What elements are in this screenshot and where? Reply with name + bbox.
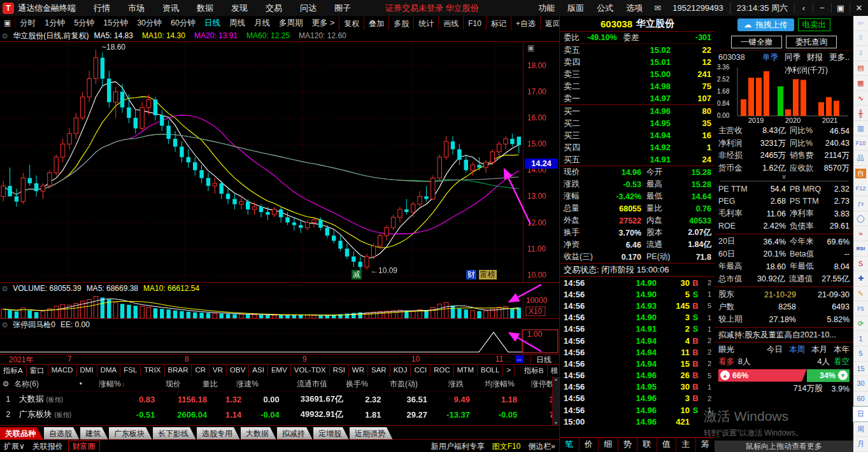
tool-统计[interactable]: 统计 <box>413 16 438 31</box>
col-name-header[interactable]: 名称(6) <box>11 379 77 390</box>
sentiment-tab-今日[interactable]: 今日 <box>767 344 783 355</box>
gear-icon[interactable]: ⚙ <box>0 379 11 388</box>
sidebar-toggle-button[interactable]: 侧边栏» <box>524 441 559 452</box>
candlestick-canvas[interactable] <box>0 42 559 283</box>
menu-item-市场[interactable]: 市场 <box>119 3 153 14</box>
status-扩展∨[interactable]: 扩展∨ <box>0 441 29 452</box>
tree-icon[interactable]: 品 <box>853 151 868 166</box>
bottom-tab-建筑[interactable]: 建筑 <box>80 427 108 440</box>
indicator-tab-RSI[interactable]: RSI <box>330 365 349 378</box>
indicator-tab-SAR[interactable]: SAR <box>368 365 390 378</box>
order-query-button[interactable]: 委托查询 <box>786 36 837 48</box>
indicator-tab-DMA[interactable]: DMA <box>97 365 121 378</box>
scroll-down-icon[interactable]: ▼ <box>554 421 559 425</box>
indicator-tab-FSL[interactable]: FSL <box>120 365 141 378</box>
down-arrow-icon[interactable]: ⇩ <box>853 46 868 61</box>
wealth-tag[interactable]: 财 <box>466 270 476 279</box>
sentiment-tab-本年[interactable]: 本年 <box>834 344 850 355</box>
tool-+自选[interactable]: +自选 <box>511 16 540 31</box>
menu-item-公式[interactable]: 公式 <box>590 3 620 14</box>
indicator-tab-指标A[interactable]: 指标A <box>0 365 27 378</box>
drag-hint[interactable]: 鼠标向上拖动查看更多 <box>715 441 853 452</box>
bottom-tab-选股专用[interactable]: 选股专用 <box>197 427 240 440</box>
indicator-tab-OBV[interactable]: OBV <box>227 365 249 378</box>
menu-item-圈子[interactable]: 圈子 <box>325 3 360 14</box>
indicator-tab-VR[interactable]: VR <box>210 365 227 378</box>
col-header-流通市值[interactable]: 流通市值 <box>264 379 332 390</box>
indicator-tab-MTM[interactable]: MTM <box>454 365 478 378</box>
restore-button[interactable]: ▣ <box>831 3 850 13</box>
cancel-all-button[interactable]: 一键全撤 <box>731 36 782 48</box>
col-header-均涨幅%[interactable]: 均涨幅% <box>469 379 520 390</box>
minimize-button[interactable]: − <box>813 3 831 13</box>
period-周线[interactable]: 周线 <box>225 18 250 29</box>
quote-tab-值[interactable]: 值 <box>657 438 677 452</box>
sentiment-tab-本周[interactable]: 本周 <box>789 344 805 355</box>
bottom-tab-关联品种[interactable]: 关联品种 <box>0 427 43 440</box>
bottom-tab-广东板块[interactable]: 广东板块 <box>109 427 152 440</box>
expand-mark[interactable]: v <box>720 174 848 181</box>
period-5分钟[interactable]: 5分钟 <box>69 18 99 29</box>
menu-item-版面[interactable]: 版面 <box>561 3 590 14</box>
col-header-换手%[interactable]: 换手% <box>332 379 373 390</box>
menu-item-发现[interactable]: 发现 <box>222 3 257 14</box>
indicator-tab-窗口[interactable]: 窗口 <box>27 365 48 378</box>
indicator-tab-TRIX[interactable]: TRIX <box>141 365 164 378</box>
indicator-tab-CCI[interactable]: CCI <box>411 365 430 378</box>
up-arrow-icon[interactable]: ⇧ <box>853 31 868 46</box>
chevron-down-icon[interactable]: ⊙ <box>2 285 8 293</box>
period-多周期[interactable]: 多周期 <box>274 18 308 29</box>
wave-icon[interactable]: ≈ <box>853 226 868 241</box>
col-header-现价[interactable]: 现价 <box>130 379 186 390</box>
tool-多股[interactable]: 多股 <box>388 16 413 31</box>
menu-item-行情[interactable]: 行情 <box>85 3 119 14</box>
quote-tab-势[interactable]: 势 <box>618 438 638 452</box>
period-60分钟[interactable]: 60分钟 <box>166 18 200 29</box>
quote-tab-细[interactable]: 细 <box>599 438 618 452</box>
circle-icon[interactable]: ◯ <box>853 211 868 227</box>
tool-标记[interactable]: 标记 <box>486 16 511 31</box>
bottom-tab-大数据[interactable]: 大数据 <box>241 427 276 440</box>
rsi-icon[interactable]: RSI <box>853 241 868 257</box>
menu-item-选项[interactable]: 选项 <box>620 3 649 14</box>
quote-tab-笔[interactable]: 笔 <box>560 438 580 452</box>
reduce-tag[interactable]: 减 <box>352 270 362 279</box>
bottom-tab-自选股[interactable]: 自选股 <box>44 427 80 440</box>
grid-icon[interactable]: ▦ <box>853 76 868 91</box>
bottom-tab-拟减持[interactable]: 拟减持 <box>277 427 313 440</box>
tool-F10[interactable]: F10 <box>463 16 486 31</box>
f10-tab-更多..[interactable]: 更多.. <box>829 52 850 63</box>
strip-period-月[interactable]: 月 <box>853 437 868 452</box>
pane-corner-icon[interactable]: ▣ <box>527 43 534 52</box>
volume-pane[interactable] <box>0 293 559 318</box>
period-30分钟[interactable]: 30分钟 <box>132 18 166 29</box>
wealth-circle-button[interactable]: 财富圈 <box>68 441 100 452</box>
f5-icon[interactable]: F5 <box>853 301 868 316</box>
period-月线[interactable]: 月线 <box>250 18 274 29</box>
tool-复权[interactable]: 复权 <box>339 16 364 31</box>
col-header-涨跌[interactable]: 涨跌 <box>423 379 469 390</box>
table-row[interactable]: 1大数据 (板指)0.831156.181.320.0033691.67亿2.3… <box>0 392 559 407</box>
tool-叠加[interactable]: 叠加 <box>364 16 388 31</box>
menu-item-资讯[interactable]: 资讯 <box>153 3 188 14</box>
f10-icon[interactable]: F10 <box>853 136 868 152</box>
period-15分钟[interactable]: 15分钟 <box>99 18 132 29</box>
indicator-tab-WR[interactable]: WR <box>349 365 368 378</box>
status-关联报价[interactable]: 关联报价 <box>29 441 67 452</box>
pencil-icon[interactable]: ✎ <box>853 286 868 302</box>
bottom-tab-定增股[interactable]: 定增股 <box>313 427 349 440</box>
quote-tab-筹[interactable]: 筹 <box>696 438 716 452</box>
menu-item-数据[interactable]: 数据 <box>188 3 222 14</box>
chevron-down-icon[interactable]: ⊙ <box>2 32 8 40</box>
drag-upload-button[interactable]: ☁ 拖拽上传 <box>737 18 794 31</box>
move-icon[interactable]: ✚ <box>853 271 868 286</box>
close-button[interactable]: ✕ <box>850 3 868 13</box>
col-header-量比[interactable]: 量比 <box>186 379 223 390</box>
tool-画线[interactable]: 画线 <box>438 16 463 31</box>
back-button[interactable]: ‹ <box>794 3 813 13</box>
volume-canvas[interactable] <box>0 293 559 318</box>
bottom-tab-长下影线[interactable]: 长下影线 <box>153 427 196 440</box>
indicator-tab-KDJ[interactable]: KDJ <box>390 365 411 378</box>
indicator-tab-CR[interactable]: CR <box>192 365 210 378</box>
reduction-notice[interactable]: 拟减持:股东及董监高自2021-10... <box>715 329 853 341</box>
